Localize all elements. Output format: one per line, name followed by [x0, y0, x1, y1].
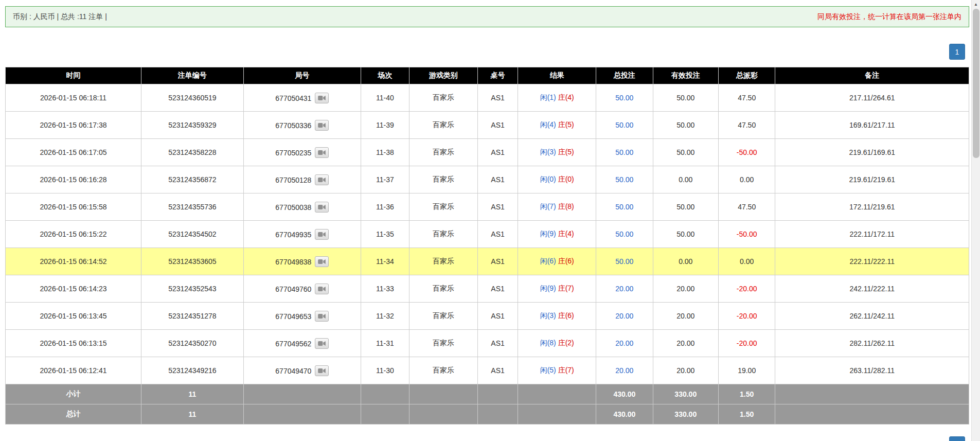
vertical-scrollbar[interactable]: ▲: [971, 0, 980, 441]
round-number: 677049562: [275, 339, 311, 347]
table-row: 2026-01-15 06:13:45 523124351278 6770496…: [6, 303, 969, 330]
table-row: 2026-01-15 06:17:38 523124359329 6770503…: [6, 112, 969, 139]
empty-cell: [243, 404, 361, 425]
cell-bet-id: 523124360519: [141, 84, 244, 112]
video-replay-icon[interactable]: [315, 338, 329, 349]
total-valid-bet: 330.00: [653, 404, 718, 425]
result-banker: 庄(0): [558, 175, 574, 183]
cell-payout: 0.00: [718, 248, 775, 275]
total-bet-link[interactable]: 20.00: [615, 339, 633, 347]
empty-cell: [243, 384, 361, 404]
video-replay-icon[interactable]: [315, 147, 329, 158]
cell-payout: -20.00: [718, 303, 775, 330]
round-number: 677050038: [275, 203, 311, 211]
cell-round: 677050336: [243, 112, 361, 139]
cell-game-type: 百家乐: [409, 275, 477, 303]
total-bet-link[interactable]: 50.00: [615, 121, 633, 129]
result-player: 闲(4): [540, 120, 556, 129]
cell-time: 2026-01-15 06:14:23: [6, 275, 141, 303]
page-button-1-bottom[interactable]: 1: [949, 436, 965, 441]
result-banker: 庄(4): [558, 230, 574, 238]
cell-total-bet: 50.00: [596, 112, 653, 139]
round-number: 677050235: [275, 148, 311, 156]
scrollbar-thumb[interactable]: [973, 9, 979, 158]
result-player: 闲(1): [540, 93, 556, 101]
total-bet-link[interactable]: 20.00: [615, 312, 633, 320]
total-label: 总计: [6, 404, 141, 425]
cell-round: 677050038: [243, 193, 361, 221]
pagination-top: 1: [5, 44, 965, 60]
cell-bet-id: 523124359329: [141, 112, 244, 139]
cell-valid-bet: 20.00: [653, 275, 718, 303]
subtotal-valid-bet: 330.00: [653, 384, 718, 404]
total-bet-link[interactable]: 50.00: [615, 148, 633, 156]
cell-game-type: 百家乐: [409, 84, 477, 112]
table-row: 2026-01-15 06:17:05 523124358228 6770502…: [6, 139, 969, 166]
cell-table-no: AS1: [477, 275, 518, 303]
cell-result: 闲(7) 庄(8): [518, 193, 596, 221]
cell-remark: 242.11/222.11: [775, 275, 969, 303]
cell-remark: 262.11/242.11: [775, 303, 969, 330]
result-player: 闲(5): [540, 366, 556, 374]
cell-remark: 222.11/172.11: [775, 221, 969, 248]
empty-cell: [775, 384, 969, 404]
cell-game-type: 百家乐: [409, 139, 477, 166]
total-bet-link[interactable]: 20.00: [615, 285, 633, 293]
cell-game-type: 百家乐: [409, 193, 477, 221]
total-bet-link[interactable]: 50.00: [615, 230, 633, 238]
video-replay-icon[interactable]: [315, 174, 329, 185]
video-replay-icon[interactable]: [315, 284, 329, 294]
video-replay-icon[interactable]: [315, 93, 329, 103]
cell-time: 2026-01-15 06:15:58: [6, 193, 141, 221]
total-bet-link[interactable]: 20.00: [615, 366, 633, 375]
round-number: 677049838: [275, 257, 311, 266]
round-number: 677050431: [275, 94, 311, 102]
cell-session: 11-39: [361, 112, 409, 139]
table-row: 2026-01-15 06:14:23 523124352543 6770497…: [6, 275, 969, 303]
column-header-payout: 总派彩: [718, 67, 775, 84]
cell-time: 2026-01-15 06:13:15: [6, 330, 141, 357]
column-header-bet-id: 注单编号: [141, 67, 244, 84]
video-replay-icon[interactable]: [315, 202, 329, 213]
cell-bet-id: 523124354502: [141, 221, 244, 248]
result-banker: 庄(5): [558, 120, 574, 129]
cell-bet-id: 523124350270: [141, 330, 244, 357]
round-number: 677049760: [275, 285, 311, 293]
page-button-1[interactable]: 1: [949, 44, 965, 60]
cell-valid-bet: 0.00: [653, 166, 718, 193]
cell-round: 677049760: [243, 275, 361, 303]
cell-round: 677049838: [243, 248, 361, 275]
cell-remark: 282.11/262.11: [775, 330, 969, 357]
result-player: 闲(3): [540, 148, 556, 156]
empty-cell: [775, 404, 969, 425]
cell-valid-bet: 50.00: [653, 221, 718, 248]
video-replay-icon[interactable]: [315, 256, 329, 267]
cell-total-bet: 50.00: [596, 248, 653, 275]
table-row: 2026-01-15 06:16:28 523124356872 6770501…: [6, 166, 969, 193]
result-player: 闲(3): [540, 311, 556, 320]
video-replay-icon[interactable]: [315, 365, 329, 376]
cell-payout: 19.00: [718, 357, 775, 384]
cell-round: 677050431: [243, 84, 361, 112]
cell-session: 11-37: [361, 166, 409, 193]
video-replay-icon[interactable]: [315, 311, 329, 322]
video-replay-icon[interactable]: [315, 229, 329, 240]
cell-bet-id: 523124349216: [141, 357, 244, 384]
cell-time: 2026-01-15 06:12:41: [6, 357, 141, 384]
total-bet-link[interactable]: 50.00: [615, 94, 633, 102]
result-banker: 庄(6): [558, 257, 574, 265]
cell-payout: -50.00: [718, 139, 775, 166]
cell-round: 677049470: [243, 357, 361, 384]
cell-result: 闲(3) 庄(5): [518, 139, 596, 166]
result-banker: 庄(5): [558, 148, 574, 156]
cell-payout: 47.50: [718, 112, 775, 139]
result-banker: 庄(4): [558, 93, 574, 101]
video-replay-icon[interactable]: [315, 120, 329, 131]
cell-payout: -20.00: [718, 330, 775, 357]
total-bet-link[interactable]: 50.00: [615, 257, 633, 266]
grand-total-row: 总计 11 430.00 330.00 1.50: [6, 404, 969, 425]
total-bet-link[interactable]: 50.00: [615, 175, 633, 184]
scroll-up-icon[interactable]: ▲: [972, 0, 980, 9]
bets-table: 时间 注单编号 局号 场次 游戏类别 桌号 结果 总投注 有效投注 总派彩 备注…: [5, 67, 969, 425]
total-bet-link[interactable]: 50.00: [615, 203, 633, 211]
